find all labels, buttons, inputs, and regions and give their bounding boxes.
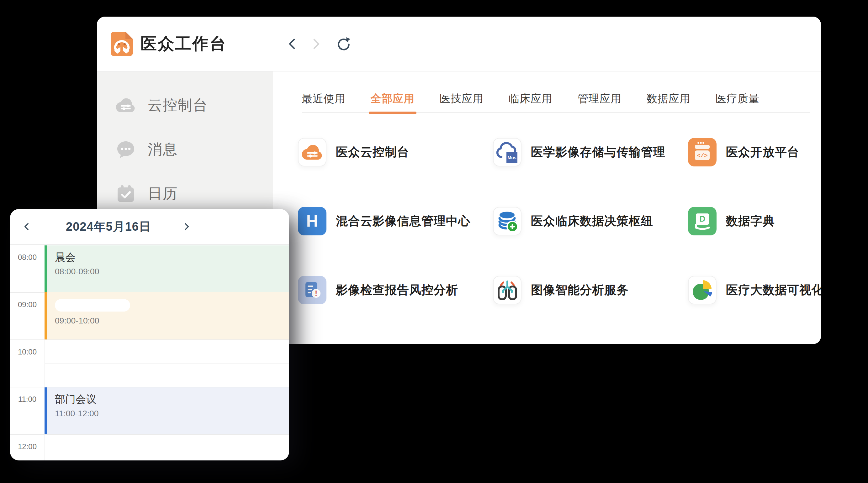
pie-chart-icon [688,276,717,304]
event-time: 11:00-12:00 [55,409,289,418]
app-label: 数据字典 [726,207,775,235]
window-header: 医众工作台 [97,17,821,71]
tab-recent[interactable]: 最近使用 [302,92,346,106]
chat-bubble-icon [116,140,135,159]
calendar-check-icon [116,184,135,203]
app-label: 医众开放平台 [726,138,799,166]
app-label: 影像检查报告风控分析 [336,276,458,304]
app-label: 混合云影像信息管理中心 [336,207,470,235]
event-time: 09:00-10:00 [55,316,289,326]
screenshot-stage: 医众工作台 [0,0,868,483]
time-label: 12:00 [10,442,44,451]
chevron-right-icon [309,37,323,51]
refresh-button[interactable] [336,37,350,51]
tab-clinical[interactable]: 临床应用 [508,92,553,106]
app-logo-icon [111,32,133,56]
calendar-date-title: 2024年5月16日 [10,209,207,244]
report-warning-icon: ! [298,276,327,304]
lungs-icon [493,276,522,304]
hour-gridline [10,434,289,435]
sidebar-item-label: 云控制台 [148,96,208,115]
app-label: 医疗大数据可视化 [726,276,821,304]
half-hour-gridline [45,363,289,363]
app-title: 医众工作台 [141,33,227,55]
app-image-ai-analysis[interactable]: 图像智能分析服务 [493,276,688,344]
back-button[interactable] [285,37,300,51]
app-label: 图像智能分析服务 [531,276,629,304]
app-report-risk-analysis[interactable]: ! 影像检查报告风控分析 [298,276,493,344]
app-data-dictionary[interactable]: D 数据字典 [688,207,821,276]
app-label: 医众临床数据决策枢纽 [531,207,653,235]
event-title: 部门会议 [55,393,289,406]
tab-data[interactable]: 数据应用 [647,92,690,106]
sidebar-item-label: 消息 [148,140,178,159]
time-label: 11:00 [10,395,44,404]
code-window-icon: </> [688,138,717,166]
d-letter-text: D [700,214,706,223]
sidebar-item-cloud-console[interactable]: 云控制台 [97,92,273,119]
calendar-event-department-meeting[interactable]: 部门会议 11:00-12:00 [44,387,289,434]
dictionary-book-icon: D [688,207,717,235]
calendar-panel: 2024年5月16日 08:00 09:00 10:00 11:00 12:00… [10,209,289,460]
time-label: 08:00 [10,253,44,262]
code-glyph-text: </> [697,152,708,159]
tab-bar: 最近使用 全部应用 医技应用 临床应用 管理应用 数据应用 医疗质量 [302,92,810,113]
database-plus-icon [493,207,522,235]
h-letter-text: H [306,212,318,230]
event-time: 08:00-09:00 [55,267,289,277]
warning-mark-text: ! [315,289,317,297]
app-bigdata-visualization[interactable]: 医疗大数据可视化 [688,276,821,344]
mos-cloud-icon: Mos [493,138,522,166]
app-pacs-storage[interactable]: Mos 医学影像存储与传输管理 [493,138,688,207]
sidebar-item-label: 日历 [148,184,178,203]
calendar-event-morning-meeting[interactable]: 晨会 08:00-09:00 [44,246,289,292]
tab-quality[interactable]: 医疗质量 [716,92,760,106]
content-area: 最近使用 全部应用 医技应用 临床应用 管理应用 数据应用 医疗质量 [273,71,821,344]
time-label: 10:00 [10,348,44,356]
sidebar-item-messages[interactable]: 消息 [97,136,273,163]
app-cloud-console[interactable]: 医众云控制台 [298,138,493,207]
calendar-header: 2024年5月16日 [10,209,207,244]
app-label: 医学影像存储与传输管理 [531,138,665,166]
tab-medtech[interactable]: 医技应用 [440,92,484,106]
app-clinical-data-hub[interactable]: 医众临床数据决策枢纽 [493,207,688,276]
mos-badge-text: Mos [507,155,516,160]
event-title: 晨会 [55,251,289,264]
calendar-next-day-button[interactable] [180,220,193,233]
redacted-title-pill [55,299,130,312]
tab-all-apps[interactable]: 全部应用 [371,92,414,106]
nav-controls [285,37,350,51]
app-grid: 医众云控制台 Mos 医学影像存储与传输管理 [298,138,821,344]
app-open-platform[interactable]: </> 医众开放平台 [688,138,821,207]
time-label: 09:00 [10,300,44,309]
calendar-header-divider [10,244,289,245]
chevron-left-icon [285,37,300,51]
cloud-settings-icon [298,138,327,166]
app-label: 医众云控制台 [336,138,409,166]
app-hybrid-cloud-imaging[interactable]: H 混合云影像信息管理中心 [298,207,493,276]
h-letter-icon: H [298,207,327,235]
refresh-icon [336,37,350,51]
chevron-right-icon [182,222,192,232]
forward-button[interactable] [309,37,323,51]
tab-management[interactable]: 管理应用 [578,92,622,106]
hour-gridline [10,340,289,340]
sidebar-item-calendar[interactable]: 日历 [97,180,273,207]
calendar-event-redacted[interactable]: 09:00-10:00 [44,292,289,340]
cloud-settings-icon [116,96,135,115]
